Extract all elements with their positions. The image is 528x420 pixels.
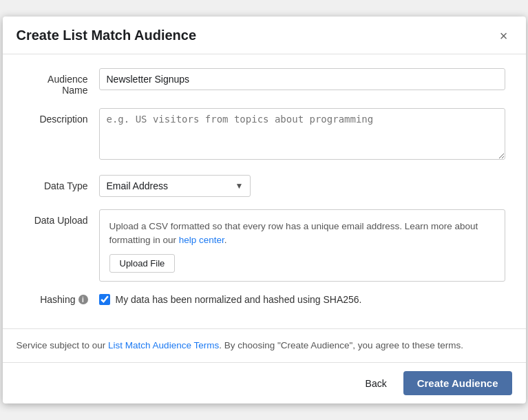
hashing-label: Hashing <box>40 294 75 305</box>
data-type-wrap: Email Address Phone Number Mobile Advert… <box>99 175 505 197</box>
terms-link[interactable]: List Match Audience Terms <box>108 340 219 350</box>
audience-name-label: Audience Name <box>23 68 99 96</box>
hashing-label-wrap: Hashing i <box>23 294 99 305</box>
modal-header: Create List Match Audience × <box>3 17 526 54</box>
hashing-checkbox[interactable] <box>99 294 110 305</box>
back-button[interactable]: Back <box>356 372 397 395</box>
data-type-row: Data Type Email Address Phone Number Mob… <box>23 175 505 197</box>
audience-name-wrap <box>99 68 505 90</box>
data-type-label: Data Type <box>23 175 99 191</box>
modal-title: Create List Match Audience <box>17 28 197 43</box>
upload-file-button[interactable]: Upload File <box>109 254 176 273</box>
audience-name-row: Audience Name <box>23 68 505 96</box>
create-audience-button[interactable]: Create Audience <box>403 371 512 395</box>
modal-overlay: Create List Match Audience × Audience Na… <box>0 0 528 420</box>
terms-suffix: . By choosing "Create Audience", you agr… <box>219 340 463 350</box>
modal-body: Audience Name Description Data Type <box>3 54 526 326</box>
data-type-select-wrap: Email Address Phone Number Mobile Advert… <box>99 175 251 197</box>
data-upload-wrap: Upload a CSV formatted so that every row… <box>99 209 505 282</box>
terms-prefix: Service subject to our <box>17 340 109 350</box>
terms-section: Service subject to our List Match Audien… <box>3 329 526 363</box>
data-upload-row: Data Upload Upload a CSV formatted so th… <box>23 209 505 282</box>
upload-text-part1: Upload a CSV formatted so that every row… <box>109 221 478 245</box>
close-button[interactable]: × <box>496 28 512 44</box>
audience-name-input[interactable] <box>99 68 505 90</box>
modal-footer: Back Create Audience <box>3 363 526 403</box>
hashing-checkbox-label: My data has been normalized and hashed u… <box>116 294 362 305</box>
description-input[interactable] <box>99 108 505 160</box>
hashing-info-icon[interactable]: i <box>78 295 88 304</box>
upload-description: Upload a CSV formatted so that every row… <box>109 220 495 248</box>
data-type-select[interactable]: Email Address Phone Number Mobile Advert… <box>99 175 251 197</box>
description-label: Description <box>23 108 99 125</box>
data-upload-label: Data Upload <box>23 209 99 226</box>
description-row: Description <box>23 108 505 162</box>
hashing-row: Hashing i My data has been normalized an… <box>23 294 505 305</box>
modal-dialog: Create List Match Audience × Audience Na… <box>3 17 526 404</box>
hashing-check-wrap: My data has been normalized and hashed u… <box>99 294 362 305</box>
description-wrap <box>99 108 505 162</box>
upload-box: Upload a CSV formatted so that every row… <box>99 209 505 282</box>
upload-text-part2: . <box>224 235 227 245</box>
help-center-link[interactable]: help center <box>179 235 224 245</box>
